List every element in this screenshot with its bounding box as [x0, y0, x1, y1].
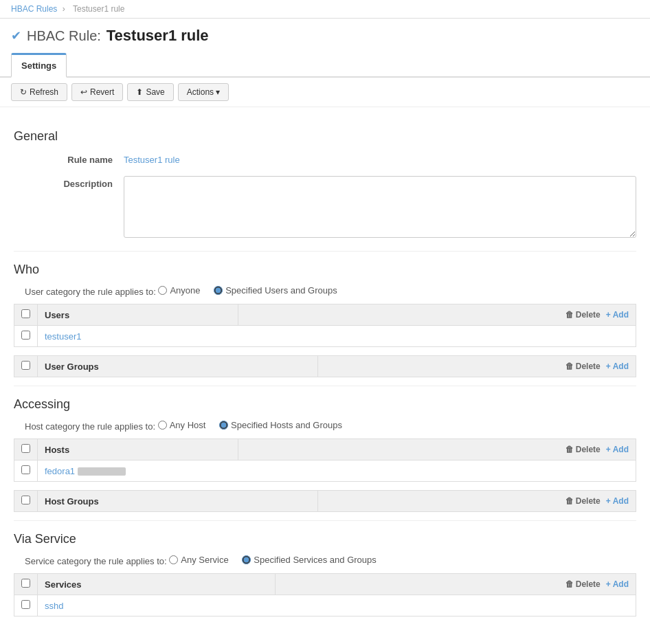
user-groups-add-btn[interactable]: + Add [606, 362, 629, 371]
radio-anyone-option[interactable]: Anyone [158, 285, 200, 296]
page-title-name: Testuser1 rule [107, 27, 209, 45]
save-button[interactable]: ⬆ Save [127, 83, 173, 101]
user-groups-select-all[interactable] [21, 361, 30, 370]
radio-specified-hosts-input[interactable] [219, 421, 228, 430]
rule-name-value: Testuser1 rule [124, 152, 636, 165]
hosts-table-wrapper: Hosts 🗑 Delete + Add [14, 438, 636, 482]
host-groups-add-btn[interactable]: + Add [606, 496, 629, 506]
actions-button[interactable]: Actions ▾ [178, 83, 229, 101]
service-link[interactable]: sshd [45, 601, 63, 611]
services-select-all[interactable] [21, 579, 30, 588]
user-groups-col-header: User Groups [38, 356, 318, 377]
radio-specified-users-input[interactable] [214, 286, 223, 295]
description-label: Description [14, 176, 124, 189]
users-add-btn[interactable]: + Add [606, 310, 629, 320]
users-delete-btn[interactable]: 🗑 Delete [565, 310, 601, 320]
services-col-header: Services [38, 574, 276, 595]
host-groups-col-header: Host Groups [38, 491, 318, 512]
user-groups-delete-btn[interactable]: 🗑 Delete [565, 362, 601, 371]
hosts-select-all[interactable] [21, 444, 30, 453]
rule-name-label: Rule name [14, 152, 124, 165]
users-select-all[interactable] [21, 309, 30, 318]
trash-icon-4: 🗑 [565, 496, 574, 506]
host-category-group: Host category the rule applies to: Any H… [14, 420, 636, 432]
who-section: Who User category the rule applies to: A… [14, 263, 636, 377]
host-category-label: Host category the rule applies to: [25, 421, 155, 432]
accessing-section: Accessing Host category the rule applies… [14, 397, 636, 512]
user-category-group: User category the rule applies to: Anyon… [14, 285, 636, 297]
toolbar: ↻ Refresh ↩ Revert ⬆ Save Actions ▾ [0, 78, 650, 107]
user-groups-table: User Groups 🗑 Delete + Add [14, 355, 636, 377]
services-delete-btn[interactable]: 🗑 Delete [565, 579, 601, 589]
revert-icon: ↩ [80, 87, 87, 97]
description-row: Description [14, 176, 636, 240]
via-service-title: Via Service [14, 532, 636, 546]
host-groups-table-wrapper: Host Groups 🗑 Delete + Add [14, 490, 636, 512]
hosts-add-btn[interactable]: + Add [606, 445, 629, 454]
table-row: sshd [14, 595, 636, 617]
service-category-group: Service category the rule applies to: An… [14, 555, 636, 566]
radio-specified-hosts-label: Specified Hosts and Groups [231, 420, 342, 430]
trash-icon-5: 🗑 [565, 579, 574, 589]
page-title-prefix: HBAC Rule: [27, 28, 101, 44]
service-category-label: Service category the rule applies to: [25, 556, 167, 566]
users-table: Users 🗑 Delete + Add [14, 304, 636, 347]
radio-anyone-input[interactable] [158, 286, 167, 295]
radio-specified-users-label: Specified Users and Groups [225, 285, 337, 296]
trash-icon: 🗑 [565, 310, 574, 320]
hosts-col-header: Hosts [38, 439, 238, 460]
description-input[interactable] [124, 176, 636, 238]
service-row-checkbox[interactable] [21, 600, 30, 609]
general-section: General Rule name Testuser1 rule Descrip… [14, 129, 636, 240]
tab-settings[interactable]: Settings [11, 53, 67, 78]
radio-any-host-option[interactable]: Any Host [158, 420, 206, 430]
via-service-section: Via Service Service category the rule ap… [14, 532, 636, 617]
users-table-wrapper: Users 🗑 Delete + Add [14, 304, 636, 347]
radio-anyone-label: Anyone [170, 285, 200, 296]
hosts-table: Hosts 🗑 Delete + Add [14, 438, 636, 482]
accessing-title: Accessing [14, 397, 636, 412]
host-groups-table: Host Groups 🗑 Delete + Add [14, 490, 636, 512]
host-row-checkbox[interactable] [21, 465, 30, 474]
hosts-delete-btn[interactable]: 🗑 Delete [565, 445, 601, 454]
radio-specified-users-option[interactable]: Specified Users and Groups [214, 285, 337, 296]
radio-any-service-input[interactable] [169, 555, 178, 564]
general-title: General [14, 129, 636, 144]
refresh-button[interactable]: ↻ Refresh [11, 83, 67, 101]
services-table-wrapper: Services 🗑 Delete + Add [14, 573, 636, 617]
table-row: testuser1 [14, 326, 636, 347]
host-link[interactable]: fedora1 [45, 466, 75, 476]
radio-any-host-label: Any Host [170, 420, 206, 430]
radio-specified-services-label: Specified Services and Groups [254, 555, 376, 565]
refresh-icon: ↻ [20, 87, 27, 97]
services-add-btn[interactable]: + Add [606, 579, 629, 589]
radio-any-service-option[interactable]: Any Service [169, 555, 228, 565]
user-category-label: User category the rule applies to: [25, 287, 156, 297]
users-col-header: Users [38, 304, 238, 326]
radio-any-service-label: Any Service [181, 555, 228, 565]
breadcrumb: HBAC Rules › Testuser1 rule [0, 0, 650, 19]
user-groups-table-wrapper: User Groups 🗑 Delete + Add [14, 355, 636, 377]
host-groups-delete-btn[interactable]: 🗑 Delete [565, 496, 601, 506]
trash-icon-2: 🗑 [565, 362, 574, 371]
trash-icon-3: 🗑 [565, 445, 574, 454]
radio-any-host-input[interactable] [158, 421, 167, 430]
radio-specified-services-input[interactable] [242, 555, 251, 564]
check-icon: ✔ [11, 28, 21, 43]
user-link[interactable]: testuser1 [45, 331, 81, 342]
table-row: fedora1 [14, 460, 636, 482]
breadcrumb-hbac-rules[interactable]: HBAC Rules [11, 4, 57, 14]
breadcrumb-current: Testuser1 rule [73, 4, 124, 14]
tab-bar: Settings [0, 52, 650, 78]
who-title: Who [14, 263, 636, 277]
revert-button[interactable]: ↩ Revert [71, 83, 123, 101]
services-table: Services 🗑 Delete + Add [14, 573, 636, 617]
host-groups-select-all[interactable] [21, 496, 30, 504]
radio-specified-hosts-option[interactable]: Specified Hosts and Groups [219, 420, 342, 430]
save-icon: ⬆ [136, 87, 143, 97]
rule-name-row: Rule name Testuser1 rule [14, 152, 636, 165]
radio-specified-services-option[interactable]: Specified Services and Groups [242, 555, 376, 565]
user-row-checkbox[interactable] [21, 331, 30, 340]
chevron-down-icon: ▾ [216, 87, 220, 97]
host-redacted [78, 467, 126, 476]
